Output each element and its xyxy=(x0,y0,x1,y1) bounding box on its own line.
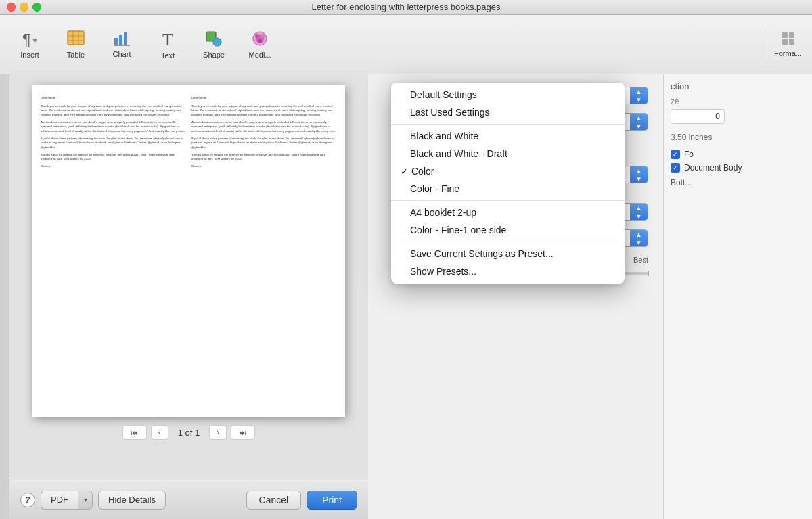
svg-rect-5 xyxy=(114,38,118,45)
last-page-button[interactable]: ⏭ xyxy=(231,425,255,440)
fo-label: Fo xyxy=(684,150,694,159)
document-body-label: Document Body xyxy=(684,163,742,173)
svg-point-13 xyxy=(255,34,259,38)
pdf-button-group: PDF ▾ xyxy=(41,491,93,510)
menu-item-save-preset[interactable]: Save Current Settings as Preset... xyxy=(391,245,625,263)
menu-item-color[interactable]: ✓ Color xyxy=(391,162,625,180)
size-label: ze xyxy=(671,97,805,106)
title-bar: Letter for enclosing with letterpress bo… xyxy=(0,0,812,15)
size-input[interactable]: 0 xyxy=(671,109,725,124)
page-indicator: 1 of 1 xyxy=(173,428,206,438)
right-sidebar: ction ze 0 3.50 inches ✓ Fo ✓ xyxy=(663,74,812,519)
minimize-button[interactable] xyxy=(20,3,28,12)
toolbar: ¶▾ Insert Table xyxy=(0,15,812,74)
toolbar-media[interactable]: Medi... xyxy=(237,20,283,69)
checkbox-fo: ✓ Fo xyxy=(671,150,805,159)
svg-rect-17 xyxy=(789,32,794,38)
toolbar-format-label: Forma... xyxy=(774,49,802,58)
menu-item-color-fine[interactable]: Color - Fine xyxy=(391,180,625,198)
menu-item-black-white-draft[interactable]: Black and White - Draft xyxy=(391,145,625,162)
chart-icon xyxy=(113,31,131,49)
menu-item-black-white[interactable]: Black and White xyxy=(391,127,625,145)
menu-item-color-fine-one-side[interactable]: Color - Fine-1 one side xyxy=(391,221,625,239)
svg-rect-19 xyxy=(789,39,794,45)
svg-point-14 xyxy=(261,34,265,38)
toolbar-insert[interactable]: ¶▾ Insert xyxy=(7,20,53,69)
toolbar-chart-label: Chart xyxy=(113,50,131,58)
doc-col-right: Dear friend, Thank you so much for your … xyxy=(191,96,337,406)
menu-separator-3 xyxy=(391,242,625,242)
toolbar-chart[interactable]: Chart xyxy=(99,20,145,69)
toolbar-right-section: Forma... xyxy=(765,25,805,64)
printer-select-arrow[interactable]: ▲▼ xyxy=(630,87,648,104)
app-window: Letter for enclosing with letterpress bo… xyxy=(0,0,812,519)
document-body-checkbox[interactable]: ✓ xyxy=(671,163,680,173)
svg-rect-7 xyxy=(124,32,127,45)
text-icon: T xyxy=(162,30,173,50)
inches-display: 3.50 inches xyxy=(671,133,712,142)
size-value: 0 xyxy=(675,112,720,121)
presets-dropdown-menu[interactable]: Default Settings Last Used Settings Blac… xyxy=(391,83,625,284)
doc-panel: Dear friend, Thank you so much for your … xyxy=(9,74,368,519)
menu-item-default-settings[interactable]: Default Settings xyxy=(391,86,625,104)
menu-separator-2 xyxy=(391,200,625,201)
pages-select-arrow[interactable]: ▲▼ xyxy=(630,166,648,183)
window-controls xyxy=(7,3,41,12)
close-button[interactable] xyxy=(7,3,16,12)
paragraph-icon: ¶▾ xyxy=(22,30,37,49)
maximize-button[interactable] xyxy=(32,3,41,12)
menu-item-show-presets[interactable]: Show Presets... xyxy=(391,263,625,280)
bottom-label: Bott... xyxy=(671,178,805,187)
tick-best xyxy=(648,271,649,276)
shape-icon xyxy=(205,30,223,49)
svg-point-15 xyxy=(258,39,262,43)
svg-rect-16 xyxy=(782,32,788,38)
table-icon xyxy=(67,30,85,49)
pdf-button[interactable]: PDF xyxy=(41,491,78,510)
window-title: Letter for enclosing with letterpress bo… xyxy=(312,2,501,12)
checkbox-document-body: ✓ Document Body xyxy=(671,163,805,173)
help-button[interactable]: ? xyxy=(20,493,35,507)
svg-rect-18 xyxy=(782,39,788,45)
next-page-button[interactable]: › xyxy=(209,425,227,440)
document-preview: Dear friend, Thank you so much for your … xyxy=(32,85,345,417)
color-checkmark: ✓ xyxy=(401,166,410,177)
toolbar-shape[interactable]: Shape xyxy=(191,20,237,69)
presets-select-arrow[interactable]: ▲▼ xyxy=(630,114,648,130)
cancel-button[interactable]: Cancel xyxy=(246,491,302,510)
toolbar-text-label: Text xyxy=(161,51,175,60)
bottom-action-bar: ? PDF ▾ Hide Details Cancel Print xyxy=(9,480,368,519)
svg-rect-6 xyxy=(119,35,122,45)
hide-details-button[interactable]: Hide Details xyxy=(98,491,166,510)
media-icon xyxy=(251,30,269,49)
svg-rect-0 xyxy=(68,31,84,45)
menu-separator-1 xyxy=(391,124,625,125)
svg-point-10 xyxy=(213,38,221,46)
left-strip xyxy=(0,74,9,519)
doc-col-left: Dear friend, Thank you so much for your … xyxy=(41,96,186,406)
pdf-dropdown-button[interactable]: ▾ xyxy=(78,491,93,510)
menu-item-last-used[interactable]: Last Used Settings xyxy=(391,104,625,121)
toolbar-media-label: Medi... xyxy=(248,51,271,59)
paper-type-arrow[interactable]: ▲▼ xyxy=(630,230,648,246)
toolbar-table-label: Table xyxy=(67,51,85,59)
feed-from-arrow[interactable]: ▲▼ xyxy=(630,204,648,220)
fo-checkbox[interactable]: ✓ xyxy=(671,150,680,159)
menu-item-a4-booklet[interactable]: A4 booklet 2-up xyxy=(391,204,625,221)
inches-section: 3.50 inches xyxy=(671,131,805,143)
sidebar-size-section: ze 0 xyxy=(671,97,805,124)
toolbar-shape-label: Shape xyxy=(203,51,225,59)
page-navigation: ⏮ ‹ 1 of 1 › ⏭ xyxy=(122,425,256,440)
sidebar-section-header: ction xyxy=(671,81,805,91)
first-page-button[interactable]: ⏮ xyxy=(122,425,147,440)
toolbar-text[interactable]: T Text xyxy=(145,20,191,69)
toolbar-table[interactable]: Table xyxy=(53,20,99,69)
prev-page-button[interactable]: ‹ xyxy=(151,425,168,440)
print-button[interactable]: Print xyxy=(307,491,357,510)
format-icon xyxy=(781,31,796,49)
toolbar-insert-label: Insert xyxy=(20,51,39,59)
